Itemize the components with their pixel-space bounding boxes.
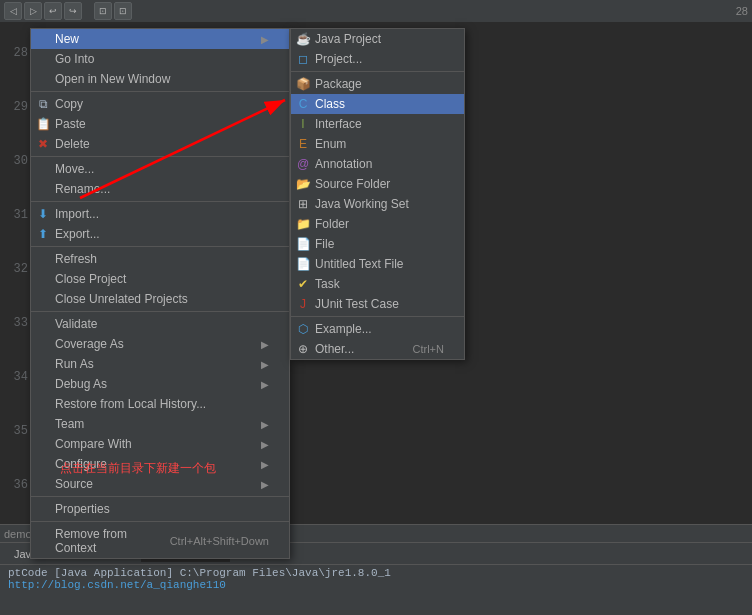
submenu-item-example[interactable]: ⬡ Example... <box>291 319 464 339</box>
submenu-arrow-new: ▶ <box>261 34 269 45</box>
source-arrow: ▶ <box>261 479 269 490</box>
context-menu: New ▶ Go Into Open in New Window ⧉ Copy … <box>30 28 290 559</box>
task-icon: ✔ <box>295 276 311 292</box>
menu-item-go-into[interactable]: Go Into <box>31 49 289 69</box>
project-icon: ◻ <box>295 51 311 67</box>
status-text: demo <box>4 528 32 540</box>
other-icon: ⊕ <box>295 341 311 357</box>
menu-item-new[interactable]: New ▶ <box>31 29 289 49</box>
console-content: ptCode [Java Application] C:\Program Fil… <box>0 565 752 593</box>
editor-toolbar: ◁ ▷ ↩ ↪ ⊡ ⊡ 28 <box>0 0 752 22</box>
menu-item-open-window[interactable]: Open in New Window <box>31 69 289 89</box>
menu-item-export[interactable]: ⬆ Export... <box>31 224 289 244</box>
toolbar-btn-redo[interactable]: ↪ <box>64 2 82 20</box>
menu-item-debug-as[interactable]: Debug As ▶ <box>31 374 289 394</box>
menu-item-coverage-as[interactable]: Coverage As ▶ <box>31 334 289 354</box>
menu-item-move[interactable]: Move... <box>31 159 289 179</box>
toolbar-btn-1[interactable]: ⊡ <box>94 2 112 20</box>
submenu-item-package[interactable]: 📦 Package <box>291 74 464 94</box>
submenu-sep-2 <box>291 316 464 317</box>
menu-item-compare[interactable]: Compare With ▶ <box>31 434 289 454</box>
other-shortcut: Ctrl+N <box>413 343 444 355</box>
menu-item-remove-context[interactable]: Remove from Context Ctrl+Alt+Shift+Down <box>31 524 289 558</box>
source-folder-icon: 📂 <box>295 176 311 192</box>
folder-icon: 📁 <box>295 216 311 232</box>
class-icon: C <box>295 96 311 112</box>
delete-icon: ✖ <box>35 136 51 152</box>
menu-item-close-project[interactable]: Close Project <box>31 269 289 289</box>
team-arrow: ▶ <box>261 419 269 430</box>
toolbar-btn-forward[interactable]: ▷ <box>24 2 42 20</box>
submenu-item-class[interactable]: C Class <box>291 94 464 114</box>
submenu-item-annotation[interactable]: @ Annotation <box>291 154 464 174</box>
console-line-1: ptCode [Java Application] C:\Program Fil… <box>8 567 744 579</box>
menu-item-properties[interactable]: Properties <box>31 499 289 519</box>
remove-shortcut: Ctrl+Alt+Shift+Down <box>170 535 269 547</box>
menu-item-import[interactable]: ⬇ Import... <box>31 204 289 224</box>
export-icon: ⬆ <box>35 226 51 242</box>
menu-item-rename[interactable]: Rename... <box>31 179 289 199</box>
toolbar-btn-2[interactable]: ⊡ <box>114 2 132 20</box>
menu-item-copy[interactable]: ⧉ Copy <box>31 94 289 114</box>
menu-item-run-as[interactable]: Run As ▶ <box>31 354 289 374</box>
submenu-item-untitled-text[interactable]: 📄 Untitled Text File <box>291 254 464 274</box>
submenu-item-interface[interactable]: I Interface <box>291 114 464 134</box>
file-icon: 📄 <box>295 236 311 252</box>
submenu-item-other[interactable]: ⊕ Other... Ctrl+N <box>291 339 464 359</box>
coverage-arrow: ▶ <box>261 339 269 350</box>
example-icon: ⬡ <box>295 321 311 337</box>
separator-5 <box>31 311 289 312</box>
submenu-item-junit[interactable]: J JUnit Test Case <box>291 294 464 314</box>
menu-item-paste[interactable]: 📋 Paste <box>31 114 289 134</box>
java-project-icon: ☕ <box>295 31 311 47</box>
submenu-item-java-working-set[interactable]: ⊞ Java Working Set <box>291 194 464 214</box>
toolbar-btn-back[interactable]: ◁ <box>4 2 22 20</box>
submenu-item-folder[interactable]: 📁 Folder <box>291 214 464 234</box>
enum-icon: E <box>295 136 311 152</box>
submenu-sep-1 <box>291 71 464 72</box>
submenu-item-project[interactable]: ◻ Project... <box>291 49 464 69</box>
package-icon: 📦 <box>295 76 311 92</box>
line-number-indicator: 28 <box>736 5 748 17</box>
submenu-item-enum[interactable]: E Enum <box>291 134 464 154</box>
annotation-text: 点击在当前目录下新建一个包 <box>60 460 216 477</box>
separator-2 <box>31 156 289 157</box>
submenu-item-task[interactable]: ✔ Task <box>291 274 464 294</box>
separator-1 <box>31 91 289 92</box>
copy-icon: ⧉ <box>35 96 51 112</box>
menu-item-refresh[interactable]: Refresh <box>31 249 289 269</box>
paste-icon: 📋 <box>35 116 51 132</box>
junit-icon: J <box>295 296 311 312</box>
debug-arrow: ▶ <box>261 379 269 390</box>
configure-arrow: ▶ <box>261 459 269 470</box>
menu-item-restore[interactable]: Restore from Local History... <box>31 394 289 414</box>
new-submenu: ☕ Java Project ◻ Project... 📦 Package C … <box>290 28 465 360</box>
compare-arrow: ▶ <box>261 439 269 450</box>
submenu-item-file[interactable]: 📄 File <box>291 234 464 254</box>
menu-item-delete[interactable]: ✖ Delete <box>31 134 289 154</box>
untitled-text-icon: 📄 <box>295 256 311 272</box>
working-set-icon: ⊞ <box>295 196 311 212</box>
separator-3 <box>31 201 289 202</box>
menu-item-source[interactable]: Source ▶ <box>31 474 289 494</box>
submenu-item-java-project[interactable]: ☕ Java Project <box>291 29 464 49</box>
run-arrow: ▶ <box>261 359 269 370</box>
submenu-item-source-folder[interactable]: 📂 Source Folder <box>291 174 464 194</box>
interface-icon: I <box>295 116 311 132</box>
separator-6 <box>31 496 289 497</box>
separator-7 <box>31 521 289 522</box>
menu-item-team[interactable]: Team ▶ <box>31 414 289 434</box>
separator-4 <box>31 246 289 247</box>
import-icon: ⬇ <box>35 206 51 222</box>
toolbar-btn-undo[interactable]: ↩ <box>44 2 62 20</box>
menu-item-validate[interactable]: Validate <box>31 314 289 334</box>
menu-item-close-unrelated[interactable]: Close Unrelated Projects <box>31 289 289 309</box>
console-line-2: http://blog.csdn.net/a_qianghe110 <box>8 579 744 591</box>
annotation-icon: @ <box>295 156 311 172</box>
